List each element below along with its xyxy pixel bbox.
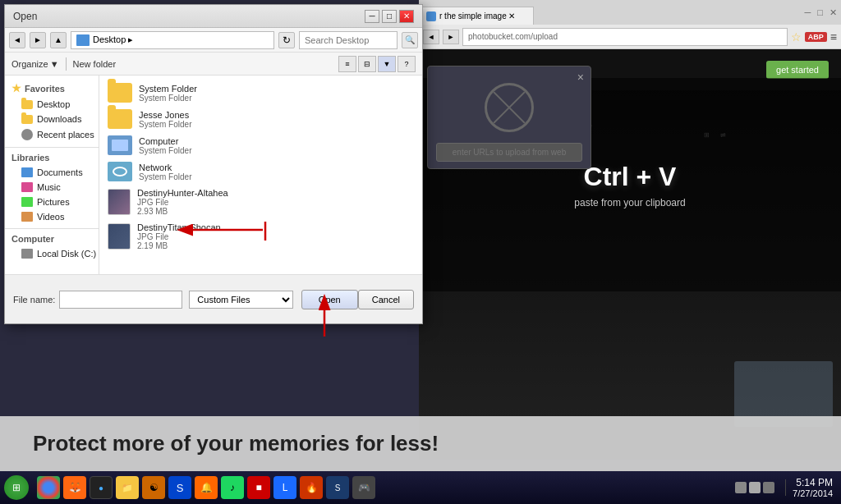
file-type-0: System Folder: [139, 94, 414, 103]
dialog-forward-btn[interactable]: ►: [30, 32, 46, 48]
sidebar-favorites-header: ★ Favorites: [5, 80, 99, 97]
url-text: photobucket.com/upload: [468, 32, 558, 41]
dialog-window-controls: ─ □ ✕: [365, 10, 414, 23]
dialog-close-btn[interactable]: ✕: [399, 10, 414, 23]
taskbar-date: 7/27/2014: [793, 488, 833, 498]
dialog-address-bar[interactable]: Desktop ▸: [71, 31, 274, 49]
sidebar-divider-1: [5, 147, 99, 148]
bottom-banner-text: Protect more of your memories for less!: [33, 431, 439, 456]
file-type-3: System Folder: [139, 172, 414, 181]
dialog-toolbar: ◄ ► ▲ Desktop ▸ ↻ 🔍: [5, 28, 422, 53]
pb-get-started[interactable]: get started: [766, 61, 829, 79]
taskbar-spotify-icon[interactable]: ♪: [221, 476, 244, 499]
sidebar-item-pictures[interactable]: Pictures: [5, 195, 99, 209]
new-folder-btn[interactable]: New folder: [73, 59, 117, 69]
view-details-btn[interactable]: ⊟: [358, 56, 376, 72]
file-item-network[interactable]: Network System Folder: [103, 158, 418, 185]
view-dropdown-btn[interactable]: ▼: [378, 56, 396, 72]
dialog-back-btn[interactable]: ◄: [9, 32, 25, 48]
upload-modal-close[interactable]: ×: [577, 71, 584, 84]
sidebar-favorites-section: ★ Favorites Desktop Downloads Recent pla…: [5, 80, 99, 143]
bottom-banner: Protect more of your memories for less!: [0, 416, 841, 471]
browser-restore[interactable]: □: [817, 7, 823, 17]
dialog-bottom: File name: Custom Files All Files (*.*) …: [5, 274, 422, 323]
red-arrow-1: [172, 209, 271, 250]
file-type-1: System Folder: [139, 120, 414, 129]
tray-icon-3: [763, 482, 774, 493]
dialog-up-btn[interactable]: ▲: [50, 32, 67, 48]
sidebar-item-localdisk[interactable]: Local Disk (C:): [5, 246, 99, 261]
taskbar-league-icon[interactable]: L: [273, 476, 296, 499]
filetype-select[interactable]: Custom Files All Files (*.*): [189, 291, 292, 309]
sidebar-item-videos[interactable]: Videos: [5, 209, 99, 224]
sidebar-divider-2: [5, 228, 99, 229]
taskbar-icon9[interactable]: 🔥: [300, 476, 323, 499]
dialog-help-btn[interactable]: ?: [398, 56, 416, 72]
file-item-systemfolder-top[interactable]: System Folder System Folder: [103, 80, 418, 106]
file-name-1: Jesse Jones: [139, 110, 414, 120]
tray-icons: [735, 482, 774, 493]
taskbar-icon11[interactable]: 🎮: [352, 476, 375, 499]
browser-url-bar[interactable]: photobucket.com/upload: [462, 28, 788, 46]
divider-1: [66, 57, 67, 71]
taskbar-icon5[interactable]: 🔔: [195, 476, 218, 499]
browser-minimize[interactable]: ─: [805, 7, 811, 17]
browser-tab[interactable]: r the simple image ✕: [419, 7, 534, 25]
upload-url-input[interactable]: [436, 143, 582, 162]
file-item-computer[interactable]: Computer System Folder: [103, 132, 418, 158]
dialog-maximize-btn[interactable]: □: [382, 10, 397, 23]
libraries-label: Libraries: [11, 153, 49, 163]
sidebar-item-desktop[interactable]: Desktop: [5, 97, 99, 112]
dialog-minimize-btn[interactable]: ─: [365, 10, 379, 23]
sidebar-item-documents[interactable]: Documents: [5, 165, 99, 180]
dialog-search-input[interactable]: [299, 31, 398, 49]
browser-close[interactable]: ✕: [830, 7, 837, 18]
sidebar-computer-section: Computer Local Disk (C:): [5, 231, 99, 261]
filename-row: File name: Custom Files All Files (*.*) …: [13, 290, 414, 309]
sidebar-item-music[interactable]: Music: [5, 180, 99, 195]
start-button[interactable]: ⊞: [4, 475, 29, 500]
browser-menu[interactable]: ≡: [830, 30, 837, 44]
sidebar-item-recent[interactable]: Recent places: [5, 126, 99, 143]
browser-star[interactable]: ☆: [791, 30, 802, 44]
browser-address-row: ◄ ► photobucket.com/upload ☆ ABP ≡: [419, 25, 841, 49]
browser-forward-btn[interactable]: ►: [443, 30, 459, 44]
cancel-button[interactable]: Cancel: [358, 290, 414, 309]
folder-icon-0: [108, 83, 132, 103]
taskbar-steam-icon[interactable]: S: [326, 476, 349, 499]
view-list-btn[interactable]: ≡: [338, 56, 356, 72]
taskbar-obs-icon[interactable]: ●: [90, 476, 113, 499]
browser-back-btn[interactable]: ◄: [423, 30, 439, 44]
file-name-4: DestinyHunter-Altahea: [137, 188, 414, 198]
tab-favicon: [426, 11, 436, 21]
file-info-0: System Folder System Folder: [139, 84, 414, 103]
browser-window-controls: ─ □ ✕: [801, 0, 841, 25]
taskbar-icon7[interactable]: ■: [247, 476, 270, 499]
dialog-refresh-btn[interactable]: ↻: [278, 32, 295, 48]
upload-modal: ×: [427, 66, 591, 169]
file-info-3: Network System Folder: [139, 163, 414, 181]
taskbar-game1-icon[interactable]: ☯: [142, 476, 165, 499]
sidebar-documents-label: Documents: [37, 167, 83, 177]
filename-input[interactable]: [59, 291, 182, 309]
sidebar-item-downloads[interactable]: Downloads: [5, 112, 99, 126]
network-icon: [108, 162, 132, 181]
adblock-icon: ABP: [805, 32, 827, 42]
taskbar: ⊞ 🦊 ● 📁 ☯ S 🔔 ♪ ■ L: [0, 471, 841, 504]
organize-btn[interactable]: Organize ▼: [11, 59, 59, 69]
filename-label: File name:: [13, 295, 55, 305]
taskbar-skype-icon[interactable]: S: [168, 476, 191, 499]
taskbar-chrome-icon[interactable]: [37, 476, 60, 499]
file-name-2: Computer: [139, 136, 414, 146]
taskbar-explorer-icon[interactable]: 📁: [116, 476, 139, 499]
file-item-jessejones[interactable]: Jesse Jones System Folder: [103, 106, 418, 132]
search-btn[interactable]: 🔍: [402, 32, 418, 48]
file-name-0: System Folder: [139, 84, 414, 94]
file-info-2: Computer System Folder: [139, 136, 414, 155]
dialog-bottom-rows: File name: Custom Files All Files (*.*) …: [13, 290, 414, 309]
taskbar-firefox-icon[interactable]: 🦊: [63, 476, 86, 499]
upload-icon-area: [428, 66, 591, 143]
sidebar-pictures-label: Pictures: [37, 197, 70, 207]
ctrl-v-sub: paste from your clipboard: [574, 197, 685, 208]
taskbar-right: 5:14 PM 7/27/2014: [735, 477, 841, 498]
